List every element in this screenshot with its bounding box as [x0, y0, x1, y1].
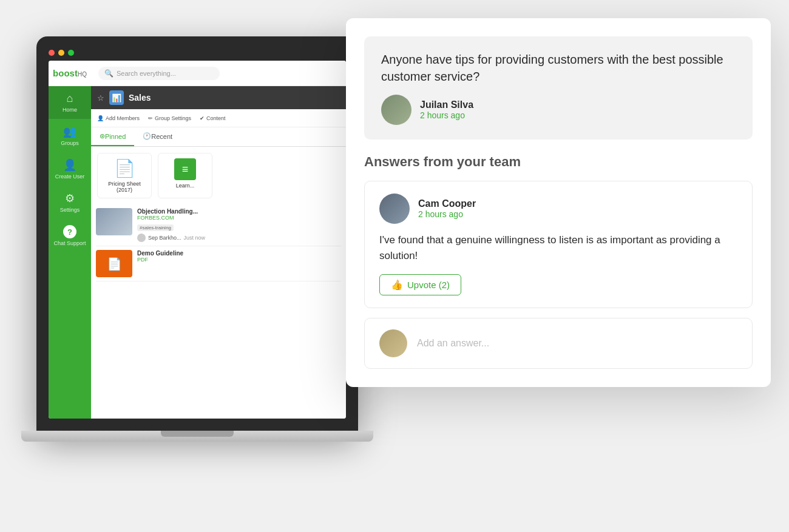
upvote-label: Upvote (2) [407, 280, 450, 290]
question-avatar [381, 95, 411, 125]
laptop-screen: boostHQ ⌂ Home 👥 Groups 👤 Create User ⚙ [49, 61, 346, 419]
sidebar-label-chat-support: Chat Support [53, 240, 86, 246]
chat-support-icon: ? [63, 225, 76, 238]
laptop-base [21, 431, 373, 442]
feed-title-demo: Demo Guideline [137, 250, 341, 257]
group-settings-label: Group Settings [155, 115, 191, 121]
main-content: 🔍 Search everything... ☆ 📊 Sales 👤 Add M… [91, 61, 346, 419]
minimize-dot [58, 50, 64, 56]
question-text: Anyone have tips for providing customers… [381, 51, 736, 85]
add-answer-avatar [379, 329, 407, 357]
laptop-notch [161, 431, 234, 437]
file-card-pdf[interactable]: 📄 Pricing Sheet (2017) [97, 153, 152, 198]
feed-time: Just now [184, 235, 206, 241]
feed-meta-demo: Demo Guideline PDF [137, 250, 341, 263]
settings-icon: ⚙ [65, 192, 75, 205]
answer-avatar-img [379, 194, 410, 224]
content-label: Content [206, 115, 226, 121]
feed-source-demo: PDF [137, 257, 341, 263]
add-members-label: Add Members [106, 115, 140, 121]
files-grid: 📄 Pricing Sheet (2017) ≡ Learn... [91, 147, 346, 204]
sidebar-item-home[interactable]: ⌂ Home [49, 86, 91, 119]
edit-icon: ✏ [148, 115, 153, 121]
sidebar-label-groups: Groups [61, 140, 79, 146]
fullscreen-dot [68, 50, 74, 56]
answer-time: 2 hours ago [418, 209, 476, 219]
sidebar-item-create-user[interactable]: 👤 Create User [49, 152, 91, 186]
feed-meta-objection: Objection Handling... FORBES.COM #sales-… [137, 208, 341, 242]
sidebar-label-create-user: Create User [55, 173, 85, 180]
feed-user-row: Sep Barkho... Just now [137, 234, 341, 242]
answer-avatar [379, 194, 410, 224]
question-time: 2 hours ago [420, 110, 473, 120]
tab-recent[interactable]: 🕐 Recent [134, 127, 181, 146]
sidebar-label-settings: Settings [60, 207, 80, 213]
group-bar: ☆ 📊 Sales [91, 86, 346, 109]
search-icon: 🔍 [104, 69, 113, 78]
tab-pinned[interactable]: ⊛ Pinned [91, 127, 134, 146]
answer-text: I've found that a genuine willingness to… [379, 232, 737, 263]
add-members-action[interactable]: 👤 Add Members [97, 112, 140, 124]
groups-icon: 👥 [63, 125, 76, 138]
create-user-icon: 👤 [63, 158, 76, 172]
group-settings-action[interactable]: ✏ Group Settings [148, 112, 191, 124]
sidebar-item-settings[interactable]: ⚙ Settings [49, 186, 91, 219]
answer-user-info: Cam Cooper 2 hours ago [418, 198, 476, 219]
sidebar-label-home: Home [63, 107, 77, 113]
pdf-icon: 📄 [114, 158, 135, 178]
thumbs-up-icon: 👍 [391, 279, 403, 291]
sidebar-item-groups[interactable]: 👥 Groups [49, 119, 91, 152]
upvote-button[interactable]: 👍 Upvote (2) [379, 274, 461, 295]
screen-bezel: boostHQ ⌂ Home 👥 Groups 👤 Create User ⚙ [36, 36, 358, 431]
feed-item-demo[interactable]: 📄 Demo Guideline PDF [96, 246, 341, 281]
content-action[interactable]: ✔ Content [200, 112, 226, 124]
qa-panel: Anyone have tips for providing customers… [346, 18, 771, 387]
logo-boost: boost [53, 68, 78, 78]
laptop-shell: boostHQ ⌂ Home 👥 Groups 👤 Create User ⚙ [36, 36, 358, 473]
tab-recent-label: Recent [151, 133, 172, 140]
close-dot [49, 50, 55, 56]
feed-thumb-orange: 📄 [96, 250, 132, 277]
question-block: Anyone have tips for providing customers… [364, 36, 753, 140]
tab-pinned-label: Pinned [105, 133, 126, 140]
tabs-row: ⊛ Pinned 🕐 Recent [91, 127, 346, 147]
feed-avatar-tiny [137, 234, 146, 242]
feed-thumb-demo: 📄 [96, 250, 132, 277]
feed-source-objection: FORBES.COM [137, 215, 341, 221]
group-actions: 👤 Add Members ✏ Group Settings ✔ Content [91, 109, 346, 127]
logo-area: boostHQ [49, 61, 91, 86]
answer-user: Cam Cooper 2 hours ago [379, 194, 737, 224]
file-name-pricing: Pricing Sheet (2017) [103, 181, 146, 193]
search-placeholder-text: Search everything... [117, 70, 176, 77]
window-controls [49, 50, 346, 56]
check-icon: ✔ [200, 115, 205, 121]
sidebar-item-chat-support[interactable]: ? Chat Support [49, 219, 91, 252]
feed-username: Sep Barkho... [148, 235, 181, 241]
top-bar: 🔍 Search everything... [91, 61, 346, 86]
sidebar: boostHQ ⌂ Home 👥 Groups 👤 Create User ⚙ [49, 61, 91, 419]
add-answer-input[interactable]: Add an answer... [417, 338, 489, 349]
feed-tag-sales: #sales-training [137, 224, 174, 231]
app-logo: boostHQ [53, 68, 87, 79]
star-icon[interactable]: ☆ [97, 93, 104, 103]
group-icon: 📊 [109, 90, 124, 105]
answer-author: Cam Cooper [418, 198, 476, 209]
search-box[interactable]: 🔍 Search everything... [98, 67, 220, 80]
question-author: Juilan Silva [420, 99, 473, 110]
file-name-learn: Learn... [176, 183, 195, 189]
recent-tab-icon: 🕐 [143, 132, 151, 140]
feed-thumb-objection [96, 208, 132, 235]
feed-title-objection: Objection Handling... [137, 208, 341, 215]
question-avatar-img [381, 95, 411, 125]
group-title: Sales [129, 93, 151, 103]
question-user: Juilan Silva 2 hours ago [381, 95, 736, 125]
home-icon: ⌂ [67, 92, 73, 105]
logo-hq: HQ [78, 71, 87, 78]
file-card-green[interactable]: ≡ Learn... [158, 153, 212, 198]
feed-thumb-img [96, 208, 132, 235]
add-members-icon: 👤 [97, 115, 104, 121]
add-answer-block: Add an answer... [364, 318, 753, 369]
feed-item-objection[interactable]: Objection Handling... FORBES.COM #sales-… [96, 204, 341, 246]
answer-card: Cam Cooper 2 hours ago I've found that a… [364, 181, 753, 308]
question-user-info: Juilan Silva 2 hours ago [420, 99, 473, 120]
